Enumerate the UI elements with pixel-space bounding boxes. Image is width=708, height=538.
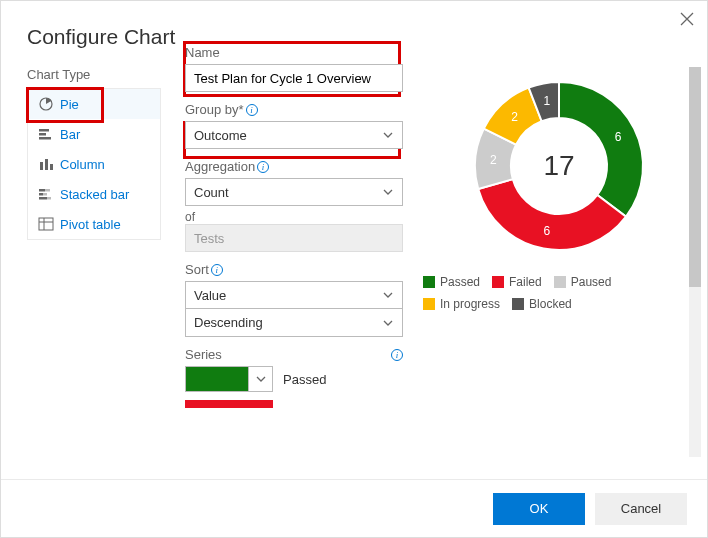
legend-swatch: [423, 276, 435, 288]
of-label: of: [185, 210, 403, 224]
stacked-bar-icon: [38, 186, 54, 202]
scrollbar[interactable]: [689, 67, 701, 457]
legend-item: Failed: [492, 275, 542, 289]
aggregation-select[interactable]: Count: [185, 178, 403, 206]
name-input[interactable]: [185, 64, 403, 92]
chart-type-stacked-bar[interactable]: Stacked bar: [28, 179, 160, 209]
svg-rect-3: [39, 137, 51, 140]
legend-swatch: [423, 298, 435, 310]
svg-rect-1: [39, 129, 49, 132]
slice-value: 6: [544, 224, 551, 238]
info-icon[interactable]: i: [391, 349, 403, 361]
chart-type-bar[interactable]: Bar: [28, 119, 160, 149]
chart-type-label-text: Bar: [60, 127, 80, 142]
close-button[interactable]: [677, 9, 697, 29]
slice-value: 2: [490, 153, 497, 167]
groupby-label: Group by* i: [185, 102, 403, 117]
sort-value-select[interactable]: Value: [185, 281, 403, 309]
name-label: Name: [185, 45, 403, 60]
series-label: Series i: [185, 347, 403, 362]
chart-type-label-text: Column: [60, 157, 105, 172]
donut-chart: 17 66221: [464, 71, 654, 261]
slice-value: 6: [615, 130, 622, 144]
chart-type-panel: Chart Type Pie Bar: [27, 67, 161, 447]
scrollbar-thumb[interactable]: [689, 67, 701, 287]
chart-type-list: Pie Bar Column: [27, 88, 161, 240]
chart-type-pivot-table[interactable]: Pivot table: [28, 209, 160, 239]
column-icon: [38, 156, 54, 172]
legend-label: Passed: [440, 275, 480, 289]
series-swatch: [186, 367, 248, 391]
svg-rect-6: [50, 164, 53, 170]
chart-type-label-text: Pie: [60, 97, 79, 112]
legend-item: Paused: [554, 275, 612, 289]
legend-label: Paused: [571, 275, 612, 289]
sort-direction-select[interactable]: Descending: [185, 309, 403, 337]
chart-preview: 17 66221 PassedFailedPausedIn progressBl…: [421, 67, 697, 447]
series-item-label: Passed: [283, 372, 326, 387]
svg-rect-12: [47, 197, 51, 200]
dialog-footer: OK Cancel: [1, 479, 707, 537]
legend-swatch: [512, 298, 524, 310]
chart-type-label-text: Pivot table: [60, 217, 121, 232]
close-icon: [680, 12, 694, 26]
chevron-down-icon: [382, 129, 394, 141]
svg-rect-10: [43, 193, 47, 196]
ok-button[interactable]: OK: [493, 493, 585, 525]
chart-config-form: Name Group by* i Outcome Aggregation i: [185, 67, 403, 447]
legend-swatch: [554, 276, 566, 288]
pie-icon: [38, 96, 54, 112]
chevron-down-icon: [382, 186, 394, 198]
sort-label: Sort i: [185, 262, 403, 277]
svg-rect-2: [39, 133, 46, 136]
chevron-down-icon: [382, 289, 394, 301]
chevron-down-icon: [382, 317, 394, 329]
legend-item: Passed: [423, 275, 480, 289]
info-icon[interactable]: i: [211, 264, 223, 276]
aggregation-label: Aggregation i: [185, 159, 403, 174]
of-select: Tests: [185, 224, 403, 252]
legend-label: In progress: [440, 297, 500, 311]
chart-legend: PassedFailedPausedIn progressBlocked: [421, 275, 697, 311]
chart-type-label-text: Stacked bar: [60, 187, 129, 202]
legend-label: Blocked: [529, 297, 572, 311]
svg-rect-9: [39, 193, 43, 196]
chart-type-column[interactable]: Column: [28, 149, 160, 179]
groupby-select[interactable]: Outcome: [185, 121, 403, 149]
series-color-select[interactable]: [185, 366, 273, 392]
svg-rect-11: [39, 197, 47, 200]
info-icon[interactable]: i: [246, 104, 258, 116]
donut-total: 17: [543, 150, 574, 182]
slice-value: 2: [511, 110, 518, 124]
svg-rect-5: [45, 159, 48, 170]
legend-item: Blocked: [512, 297, 572, 311]
slice-value: 1: [544, 94, 551, 108]
configure-chart-dialog: Configure Chart Chart Type Pie Bar: [0, 0, 708, 538]
chart-type-label: Chart Type: [27, 67, 161, 82]
info-icon[interactable]: i: [257, 161, 269, 173]
legend-swatch: [492, 276, 504, 288]
pivot-table-icon: [38, 216, 54, 232]
chart-type-pie[interactable]: Pie: [28, 89, 160, 119]
legend-item: In progress: [423, 297, 500, 311]
svg-rect-7: [39, 189, 45, 192]
bar-icon: [38, 126, 54, 142]
legend-label: Failed: [509, 275, 542, 289]
svg-rect-8: [45, 189, 50, 192]
cancel-button[interactable]: Cancel: [595, 493, 687, 525]
chevron-down-icon: [248, 367, 272, 391]
series-strip: [185, 400, 273, 408]
svg-rect-13: [39, 218, 53, 230]
svg-rect-4: [40, 162, 43, 170]
